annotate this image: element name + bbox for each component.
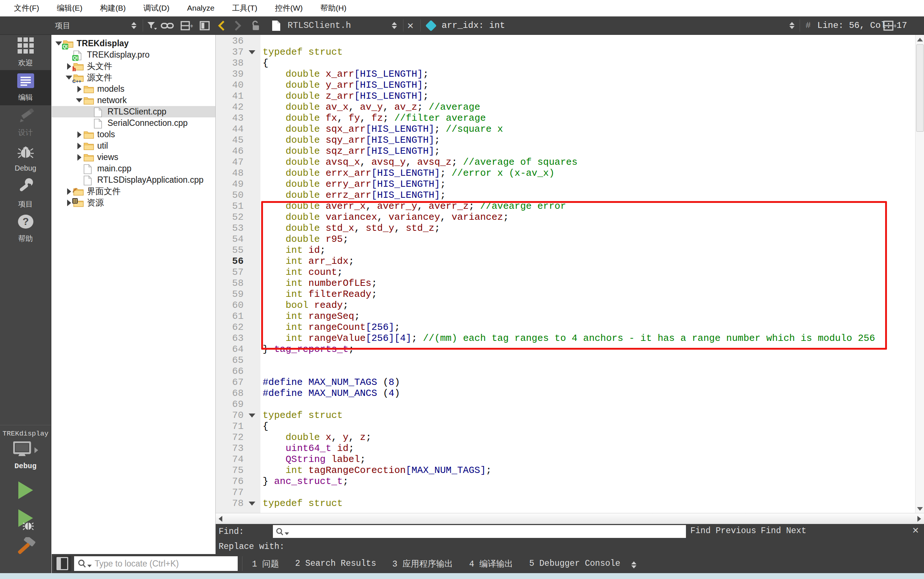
menu-item-6[interactable]: 控件(W) (266, 0, 312, 16)
code-line-77[interactable]: 77 (215, 487, 915, 498)
expand-closed-icon[interactable] (75, 143, 83, 149)
code-line-48[interactable]: 48 double errx_arr[HIS_LENGTH]; //error … (215, 168, 915, 179)
code-line-57[interactable]: 57 int count; (215, 267, 915, 278)
mode-button-项目[interactable]: 项目 (0, 176, 51, 211)
scroll-right-icon[interactable] (917, 516, 921, 522)
menu-item-3[interactable]: 调试(D) (135, 0, 178, 16)
tree-item-源文件[interactable]: C++源文件 (52, 72, 215, 83)
tree-item-资源[interactable]: 资源 (52, 197, 215, 208)
code-line-62[interactable]: 62 int rangeCount[256]; (215, 322, 915, 333)
mode-button-编辑[interactable]: 编辑 (0, 70, 51, 105)
locator-input[interactable]: Type to locate (Ctrl+K) (74, 556, 238, 571)
mode-button-欢迎[interactable]: 欢迎 (0, 35, 51, 70)
code-line-65[interactable]: 65 (215, 355, 915, 366)
code-line-45[interactable]: 45 double sqy_arr[HIS_LENGTH]; (215, 135, 915, 146)
code-line-41[interactable]: 41 double z_arr[HIS_LENGTH]; (215, 91, 915, 101)
code-line-42[interactable]: 42 double av_x, av_y, av_z; //average (215, 101, 915, 113)
fold-marker-icon[interactable] (243, 502, 260, 505)
tree-item-头文件[interactable]: h头文件 (52, 61, 215, 72)
go-back-icon[interactable] (217, 16, 226, 34)
symbol-selector[interactable]: arr_idx: int (442, 16, 505, 34)
code-line-68[interactable]: 68#define MAX_NUM_ANCS (4) (215, 388, 915, 399)
close-sidebar-icon[interactable] (199, 16, 211, 34)
go-forward-icon[interactable] (233, 16, 242, 34)
tree-item-models[interactable]: models (52, 83, 215, 95)
editor-vertical-scrollbar[interactable] (915, 35, 924, 513)
code-line-66[interactable]: 66 (215, 366, 915, 377)
mode-button-帮助[interactable]: ?帮助 (0, 211, 51, 246)
code-line-64[interactable]: 64} tag_reports_t; (215, 344, 915, 355)
menu-item-0[interactable]: 文件(F) (5, 0, 48, 16)
menu-item-7[interactable]: 帮助(H) (312, 0, 355, 16)
build-button[interactable] (0, 537, 51, 558)
code-line-40[interactable]: 40 double y_arr[HIS_LENGTH]; (215, 80, 915, 91)
code-line-43[interactable]: 43 double fx, fy, fz; //filter average (215, 113, 915, 124)
scroll-up-icon[interactable] (917, 38, 923, 41)
code-line-74[interactable]: 74 QString label; (215, 454, 915, 465)
code-line-76[interactable]: 76} anc_struct_t; (215, 476, 915, 487)
tree-item-network[interactable]: network (52, 95, 215, 106)
code-line-51[interactable]: 51 double averr_x, averr_y, averr_z; //a… (215, 201, 915, 212)
tree-item-tools[interactable]: tools (52, 129, 215, 140)
code-editor[interactable]: 3637typedef struct38{39 double x_arr[HIS… (215, 35, 915, 513)
open-document-selector[interactable]: RTLSClient.h (287, 16, 351, 34)
project-pane-selector[interactable]: 项目 (55, 16, 70, 34)
code-line-59[interactable]: 59 int filterReady; (215, 289, 915, 300)
expand-closed-icon[interactable] (75, 154, 83, 161)
menu-item-4[interactable]: Analyze (178, 0, 224, 16)
split-pane-icon[interactable]: + (180, 16, 193, 34)
expand-closed-icon[interactable] (65, 200, 73, 206)
menu-item-5[interactable]: 工具(T) (224, 0, 266, 16)
project-pane-spinner[interactable] (131, 16, 136, 34)
debug-run-button[interactable] (0, 509, 51, 527)
code-line-60[interactable]: 60 bool ready; (215, 300, 915, 311)
code-line-67[interactable]: 67#define MAX_NUM_TAGS (8) (215, 377, 915, 388)
expand-open-icon[interactable] (75, 98, 83, 102)
filter-icon[interactable] (146, 16, 157, 34)
code-line-72[interactable]: 72 double x, y, z; (215, 432, 915, 443)
output-tab-4[interactable]: 4 编译输出 (469, 558, 513, 569)
tree-item-main.cpp[interactable]: main.cpp (52, 163, 215, 174)
code-line-54[interactable]: 54 double r95; (215, 234, 915, 245)
output-tab-2[interactable]: 2 Search Results (295, 559, 376, 568)
close-find-panel-icon[interactable]: × (912, 525, 919, 537)
code-line-47[interactable]: 47 double avsq_x, avsq_y, avsq_z; //aver… (215, 157, 915, 168)
code-line-49[interactable]: 49 double erry_arr[HIS_LENGTH]; (215, 179, 915, 190)
tree-item-util[interactable]: util (52, 140, 215, 152)
output-tab-3[interactable]: 3 应用程序输出 (392, 558, 453, 569)
symbol-spinner[interactable] (789, 16, 795, 34)
tree-item-TREKdisplay[interactable]: QtTREKdisplay (52, 38, 215, 49)
expand-closed-icon[interactable] (75, 131, 83, 138)
document-spinner[interactable] (392, 16, 397, 34)
tree-item-RTLSDisplayApplication.cpp[interactable]: RTLSDisplayApplication.cpp (52, 174, 215, 186)
expand-open-icon[interactable] (55, 41, 63, 46)
editor-horizontal-scrollbar[interactable] (215, 513, 924, 524)
output-tab-5[interactable]: 5 Debugger Console (529, 559, 620, 568)
code-line-69[interactable]: 69 (215, 399, 915, 410)
output-tab-1[interactable]: 1 问题 (252, 558, 279, 569)
output-pane-spinner[interactable] (631, 559, 637, 568)
code-line-39[interactable]: 39 double x_arr[HIS_LENGTH]; (215, 69, 915, 80)
link-icon[interactable] (161, 16, 174, 34)
code-line-75[interactable]: 75 int tagRangeCorection[MAX_NUM_TAGS]; (215, 465, 915, 476)
expand-closed-icon[interactable] (75, 86, 83, 92)
find-previous-button[interactable]: Find Previous (691, 526, 756, 536)
code-line-38[interactable]: 38{ (215, 57, 915, 69)
code-line-73[interactable]: 73 uint64_t id; (215, 443, 915, 454)
code-line-37[interactable]: 37typedef struct (215, 47, 915, 57)
find-next-button[interactable]: Find Next (761, 526, 806, 536)
find-input[interactable] (273, 525, 686, 538)
code-line-63[interactable]: 63 int rangeValue[256][4]; //(mm) each t… (215, 333, 915, 344)
split-editor-icon[interactable]: + (883, 16, 896, 34)
code-line-70[interactable]: 70typedef struct (215, 410, 915, 421)
tree-item-views[interactable]: views (52, 152, 215, 163)
expand-closed-icon[interactable] (65, 188, 73, 195)
toggle-sidebar-button[interactable] (54, 556, 71, 571)
vertical-scroll-thumb[interactable] (916, 44, 924, 132)
code-line-44[interactable]: 44 double sqx_arr[HIS_LENGTH]; //square … (215, 124, 915, 135)
close-document-icon[interactable]: × (407, 16, 414, 34)
code-line-46[interactable]: 46 double sqz_arr[HIS_LENGTH]; (215, 146, 915, 157)
code-line-50[interactable]: 50 double errz_arr[HIS_LENGTH]; (215, 190, 915, 201)
code-line-58[interactable]: 58 int numberOfLEs; (215, 278, 915, 289)
code-line-61[interactable]: 61 int rangeSeq; (215, 311, 915, 322)
